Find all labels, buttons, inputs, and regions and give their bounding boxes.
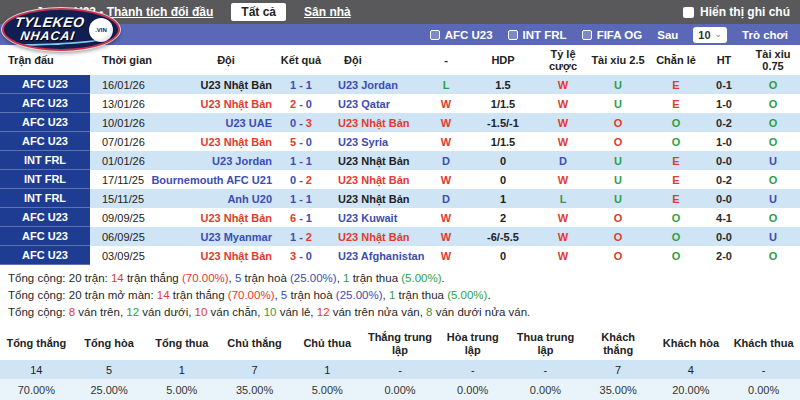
header-col-ou25: Tài xỉu 2.5	[586, 54, 650, 66]
league-cell: AFC U23	[0, 208, 90, 227]
table-row: INT FRL01/01/26U23 Jordan1-1U23 Nhật Bản…	[0, 151, 800, 170]
show-notes-toggle[interactable]: Hiển thị ghi chú	[683, 5, 790, 19]
stats-percent-cell: 25.00%	[73, 384, 146, 396]
header-col-time: Thời gian	[90, 54, 180, 66]
games-count-select[interactable]: 10 ⌄	[693, 27, 727, 43]
away-goals: 1	[306, 155, 312, 167]
away-goals: 3	[306, 117, 312, 129]
result-cell: W	[426, 94, 466, 113]
games-label: Trò chơi	[742, 29, 788, 41]
hdp-cell: 1/1.5	[466, 94, 540, 113]
stats-values-row: 145171---74-	[0, 360, 800, 379]
filter-bar: AFC U23INT FRLFIFA OG Sau 10 ⌄ Trò chơi	[0, 24, 800, 45]
odd-even-cell: O	[650, 208, 702, 227]
score-dash: -	[299, 231, 303, 243]
odd-even-cell: E	[650, 75, 702, 94]
score-dash: -	[299, 193, 303, 205]
summary-segment: 10	[264, 306, 277, 318]
home-team-link[interactable]: U23 UAE	[180, 113, 272, 132]
table-row: AFC U2313/01/26U23 Nhật Bản2-0U23 QatarW…	[0, 94, 800, 113]
ou075-cell: U	[746, 227, 800, 246]
summary-segment: ván dưới,	[139, 306, 195, 318]
stats-percent-cell: 35.00%	[582, 384, 655, 396]
away-team-link[interactable]: U23 Syria	[330, 132, 426, 151]
home-goals: 2	[290, 98, 296, 110]
header-col-ht: HT	[702, 54, 746, 66]
summary-segment: (5.00%)	[401, 272, 441, 284]
away-team-link[interactable]: U23 Nhật Bản	[330, 170, 426, 189]
home-team-link[interactable]: U23 Myanmar	[180, 227, 272, 246]
league-cell: AFC U23	[0, 75, 90, 94]
stats-value-cell: 7	[218, 364, 291, 376]
match-score: 6-1	[272, 208, 330, 227]
stats-percent-cell: 5.00%	[145, 384, 218, 396]
home-team-link[interactable]: U23 Nhật Bản	[180, 208, 272, 227]
stats-header-cell: Thắng trung lập	[364, 331, 437, 357]
summary-line: Tổng cộng: 8 ván trên, 12 ván dưới, 10 v…	[8, 304, 792, 321]
filter-checkbox-fifa-og[interactable]: FIFA OG	[582, 29, 643, 41]
summary-segment: trận hoà	[241, 272, 290, 284]
match-table-body: AFC U2316/01/26U23 Nhật Bản1-1U23 Jordan…	[0, 75, 800, 265]
league-filter-group: AFC U23INT FRLFIFA OG	[430, 29, 643, 41]
odds-result-cell: D	[540, 151, 586, 170]
header-col-result: Kết quả	[272, 54, 330, 66]
summary-segment: 12	[317, 306, 330, 318]
summary-segment: trận thua	[395, 289, 447, 301]
summary-segment: .	[442, 272, 445, 284]
away-team-link[interactable]: U23 Jordan	[330, 75, 426, 94]
ht-score-cell: 2-0	[702, 246, 746, 265]
match-table-header: Trận đấuThời gianĐộiKết quảĐội-HDPTỷ lệ …	[0, 45, 800, 75]
match-date: 13/01/26	[90, 94, 180, 113]
home-team-link[interactable]: U23 Nhật Bản	[180, 246, 272, 265]
ht-score-cell: 0-2	[702, 113, 746, 132]
tab-all[interactable]: Tất cả	[231, 3, 286, 21]
stats-header-row: Tổng thắngTổng hòaTổng thuaChủ thắngChủ …	[0, 327, 800, 360]
away-team-link[interactable]: U23 Afghanistan	[330, 246, 426, 265]
stats-value-cell: -	[436, 364, 509, 376]
result-cell: W	[426, 113, 466, 132]
summary-segment: ván dưới nửa ván.	[433, 306, 531, 318]
away-team-link[interactable]: U23 Kuwait	[330, 208, 426, 227]
away-team-link[interactable]: U23 Nhật Bản	[330, 189, 426, 208]
summary-segment: (25.00%)	[290, 272, 337, 284]
odds-result-cell: W	[540, 208, 586, 227]
odds-result-cell: W	[540, 170, 586, 189]
ou25-cell: O	[586, 208, 650, 227]
league-cell: AFC U23	[0, 227, 90, 246]
filter-checkbox-afc-u23[interactable]: AFC U23	[430, 29, 493, 41]
hdp-cell: 0	[466, 151, 540, 170]
header-col-league: Trận đấu	[0, 54, 90, 66]
hdp-cell: 1/1.5	[466, 132, 540, 151]
match-score: 1-1	[272, 189, 330, 208]
ou25-cell: O	[586, 113, 650, 132]
filter-checkbox-int-frl[interactable]: INT FRL	[508, 29, 567, 41]
ou25-cell: U	[586, 189, 650, 208]
away-team-link[interactable]: U23 Nhật Bản	[330, 151, 426, 170]
home-team-link[interactable]: Anh U20	[180, 189, 272, 208]
away-team-link[interactable]: U23 Nhật Bản	[330, 227, 426, 246]
league-cell: INT FRL	[0, 151, 90, 170]
ht-score-cell: 0-0	[702, 151, 746, 170]
home-team-link[interactable]: U23 Jordan	[180, 151, 272, 170]
home-team-link[interactable]: U23 Nhật Bản	[180, 75, 272, 94]
page-root: Japan U23 - Thành tích đối đầu Tất cả Sâ…	[0, 0, 800, 400]
home-team-link[interactable]: U23 Nhật Bản	[180, 132, 272, 151]
away-team-link[interactable]: U23 Qatar	[330, 94, 426, 113]
ou075-cell: O	[746, 208, 800, 227]
hdp-cell: -1.5/-1	[466, 113, 540, 132]
stats-percents-row: 70.00%25.00%5.00%35.00%5.00%0.00%0.00%0.…	[0, 379, 800, 400]
match-score: 0-2	[272, 170, 330, 189]
away-team-link[interactable]: U23 Nhật Bản	[330, 113, 426, 132]
result-cell: L	[426, 75, 466, 94]
hdp-cell: -6/-5.5	[466, 227, 540, 246]
match-score: 5-0	[272, 132, 330, 151]
table-row: INT FRL15/11/25Anh U201-1U23 Nhật BảnD1L…	[0, 189, 800, 208]
odd-even-cell: O	[650, 113, 702, 132]
home-team-link[interactable]: Bournemouth AFC U21	[180, 170, 272, 189]
odds-result-cell: W	[540, 94, 586, 113]
ou25-cell: O	[586, 132, 650, 151]
home-goals: 3	[290, 250, 296, 262]
tab-home-ground[interactable]: Sân nhà	[304, 5, 351, 19]
ou25-cell: U	[586, 151, 650, 170]
home-team-link[interactable]: U23 Nhật Bản	[180, 94, 272, 113]
